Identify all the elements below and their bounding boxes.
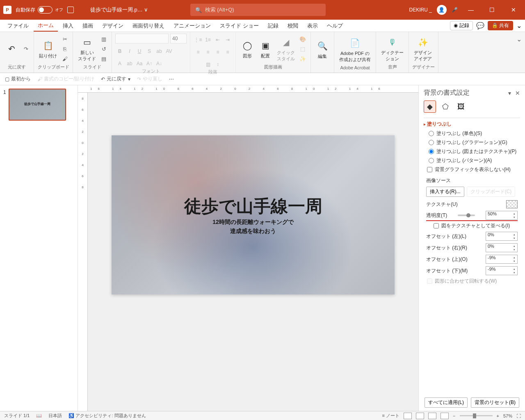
zoom-level[interactable]: 57% [503, 413, 512, 418]
font-color-button[interactable]: A [115, 59, 124, 68]
indent-inc-button[interactable]: ⇥ [223, 35, 232, 44]
close-button[interactable]: ✕ [505, 2, 522, 18]
slide-subtitle-text[interactable]: 12時間の長距離ウォーキングで 達成感を味わおう [212, 217, 294, 236]
search-box[interactable]: 🔍 検索 (Alt+Q) [190, 4, 326, 16]
filename[interactable]: 徒歩で山手線一周.p… ∨ [90, 6, 148, 14]
status-accessibility[interactable]: ♿ アクセシビリティ: 問題ありません [68, 413, 146, 419]
toggle-switch[interactable] [38, 6, 52, 14]
pane-tab-fill[interactable]: ◆ [424, 100, 436, 113]
layout-icon[interactable]: ▥ [99, 34, 108, 43]
clipboard-image-button[interactable]: クリップボード(C) [467, 187, 516, 197]
tab-home[interactable]: ホーム [34, 20, 58, 32]
align-center-button[interactable]: ≡ [203, 48, 212, 57]
designer-button[interactable]: ✨デザイン アイデア [412, 35, 434, 63]
pane-close-icon[interactable]: ✕ [515, 90, 520, 96]
tab-file[interactable]: ファイル [3, 21, 33, 31]
columns-button[interactable]: ▥ [203, 60, 212, 69]
slide-title-text[interactable]: 徒歩で山手線一周 [184, 195, 322, 218]
dictate-button[interactable]: 🎙ディクテー ション [379, 35, 405, 63]
highlight-button[interactable]: ab [125, 59, 134, 68]
user-avatar[interactable]: 👤 [437, 5, 447, 15]
fill-section-header[interactable]: 塗りつぶし [424, 121, 520, 128]
qb-from-start[interactable]: ▢ 最初から [5, 75, 31, 82]
undo-button[interactable]: ↶ [3, 41, 20, 56]
zoom-in-button[interactable]: + [497, 413, 499, 418]
status-lang[interactable]: 日本語 [48, 413, 62, 419]
mic-icon[interactable]: 🎤 [452, 7, 458, 13]
tab-view[interactable]: 表示 [303, 21, 322, 31]
tab-animations[interactable]: アニメーション [169, 21, 215, 31]
slide-canvas[interactable]: 徒歩で山手線一周 12時間の長距離ウォーキングで 達成感を味わおう [112, 135, 395, 294]
slide-thumbnail-1[interactable]: 徒歩で山手線一周 [9, 89, 66, 121]
fit-to-window-button[interactable]: ⛶ [516, 413, 521, 418]
text-dir-button[interactable]: ↕ [213, 60, 222, 69]
collapse-ribbon-icon[interactable]: ⌄ [516, 22, 522, 30]
shape-effects-icon[interactable]: ✨ [298, 54, 307, 63]
fill-gradient-radio[interactable]: 塗りつぶし (グラデーション)(G) [429, 139, 520, 146]
fill-pattern-radio[interactable]: 塗りつぶし (パターン)(A) [429, 157, 520, 164]
notes-button[interactable]: ≡ ノート [382, 413, 399, 419]
change-case-button[interactable]: Aa [135, 59, 144, 68]
qb-undo[interactable]: ↶ 元に戻す ▾ [101, 75, 130, 82]
qb-format-copy[interactable]: 🖌 書式のコピー/貼り付け [37, 75, 94, 82]
sorter-view-button[interactable] [416, 413, 424, 419]
shrink-font-button[interactable]: A↓ [155, 59, 164, 68]
tab-slideshow[interactable]: スライド ショー [216, 21, 263, 31]
save-icon[interactable] [67, 7, 74, 13]
status-slide[interactable]: スライド 1/1 [4, 413, 30, 419]
reset-background-button[interactable]: 背景のリセット(B) [471, 397, 519, 408]
reading-view-button[interactable] [428, 413, 436, 419]
tab-record[interactable]: 記録 [264, 21, 283, 31]
insert-image-button[interactable]: 挿入する(R)... [426, 187, 464, 197]
share-button[interactable]: 🔒 共有 [488, 21, 513, 30]
shapes-button[interactable]: ◯図形 [239, 38, 256, 60]
tab-transitions[interactable]: 画面切り替え [128, 21, 169, 31]
grow-font-button[interactable]: A↑ [145, 59, 154, 68]
slideshow-view-button[interactable] [441, 413, 449, 419]
tab-design[interactable]: デザイン [98, 21, 128, 31]
status-spell-icon[interactable]: 📖 [36, 413, 42, 418]
pane-tab-picture[interactable]: 🖼 [455, 100, 467, 113]
spacing-button[interactable]: AV [164, 47, 173, 56]
tab-help[interactable]: ヘルプ [323, 21, 347, 31]
paste-button[interactable]: 📋貼り付け [37, 38, 59, 60]
indent-dec-button[interactable]: ⇤ [213, 35, 222, 44]
offset-right-input[interactable]: 0%▴▾ [486, 243, 518, 252]
spin-down[interactable]: ▾ [512, 215, 517, 219]
tile-check[interactable]: 図をテクスチャとして並べる(I) [434, 222, 520, 229]
adobe-button[interactable]: 📄Adobe PDF の 作成および共有 [338, 36, 372, 64]
canvas-area[interactable]: 徒歩で山手線一周 12時間の長距離ウォーキングで 達成感を味わおう [88, 93, 418, 411]
comments-icon[interactable]: 💬 [476, 22, 484, 30]
collapse-icon[interactable]: ⌄ [513, 32, 525, 73]
cut-icon[interactable]: ✂ [60, 34, 69, 43]
reset-icon[interactable]: ↺ [99, 44, 108, 53]
strike-button[interactable]: S [145, 47, 154, 56]
maximize-button[interactable]: ☐ [484, 2, 500, 18]
editing-button[interactable]: 🔍編集 [314, 39, 331, 60]
justify-button[interactable]: ≡ [223, 48, 232, 57]
tab-insert[interactable]: 挿入 [59, 21, 78, 31]
tab-draw[interactable]: 描画 [78, 21, 97, 31]
underline-button[interactable]: U [135, 47, 144, 56]
username[interactable]: DEKIRU _ [409, 7, 432, 13]
texture-picker[interactable] [506, 200, 518, 208]
copy-icon[interactable]: ⎘ [60, 44, 69, 53]
section-icon[interactable]: ▤ [99, 54, 108, 63]
bold-button[interactable]: B [115, 47, 124, 56]
redo-small[interactable]: ↷ [21, 44, 30, 53]
shadow-button[interactable]: ab [155, 47, 164, 56]
font-name-input[interactable] [115, 34, 169, 43]
align-right-button[interactable]: ≡ [213, 48, 222, 57]
fill-solid-radio[interactable]: 塗りつぶし (単色)(S) [429, 130, 520, 137]
pane-options-icon[interactable]: ▾ [508, 90, 511, 96]
apply-all-button[interactable]: すべてに適用(L) [425, 397, 468, 408]
shape-outline-icon[interactable]: ⬚ [298, 44, 307, 53]
bullets-button[interactable]: ⋮≡ [194, 35, 203, 44]
numbering-button[interactable]: 1≡ [203, 35, 212, 44]
fill-picture-radio[interactable]: 塗りつぶし (図またはテクスチャ)(P) [429, 148, 520, 155]
new-slide-button[interactable]: ▭新しい スライド [76, 35, 98, 63]
tab-review[interactable]: 校閲 [283, 21, 302, 31]
qb-redo[interactable]: ↷ やり直し [137, 75, 162, 82]
format-painter-icon[interactable]: 🖌 [60, 54, 69, 63]
quick-styles-button[interactable]: ◢クイック スタイル [275, 35, 297, 63]
